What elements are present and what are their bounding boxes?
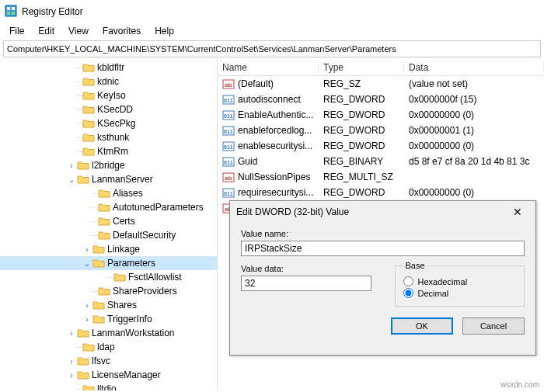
address-bar[interactable]: Computer\HKEY_LOCAL_MACHINE\SYSTEM\Curre…	[3, 40, 541, 57]
radio-hex-row[interactable]: Hexadecimal	[403, 276, 517, 286]
menu-favorites[interactable]: Favorites	[96, 24, 147, 38]
tree-toggle-icon[interactable]: ›	[82, 245, 92, 254]
list-row[interactable]: 011GuidREG_BINARYd5 8f e7 cf 8a 20 1d 4b…	[218, 154, 544, 169]
value-data-input[interactable]	[241, 276, 371, 291]
radio-dec[interactable]	[403, 288, 413, 298]
tree-item-label: lfsvc	[92, 356, 110, 366]
folder-icon	[92, 300, 105, 310]
tree-dots-icon: ⋯	[76, 78, 82, 85]
list-row[interactable]: abNullSessionPipesREG_MULTI_SZ	[218, 169, 544, 185]
tree-item-fsctlallowlist[interactable]: ⋯FsctlAllowlist	[0, 270, 217, 284]
folder-icon	[98, 230, 110, 241]
tree-toggle-icon[interactable]: ›	[67, 329, 76, 338]
tree-dots-icon: ⋯	[76, 134, 82, 141]
tree-toggle-icon[interactable]: ›	[67, 371, 76, 380]
tree-item-label: Shares	[107, 300, 137, 310]
tree-dots-icon: ⋯	[92, 204, 97, 211]
tree-item-licensemanager[interactable]: ›LicenseManager	[0, 368, 217, 382]
folder-icon	[82, 146, 95, 157]
tree-item-shareproviders[interactable]: ⋯ShareProviders	[0, 284, 217, 298]
value-name-input[interactable]	[241, 241, 525, 256]
tree-toggle-icon[interactable]: ⌄	[67, 175, 76, 184]
tree-item-parameters[interactable]: ⌄Parameters	[0, 256, 217, 270]
tree-item-label: AutotunedParameters	[113, 202, 204, 213]
tree-item-kbldfltr[interactable]: ⋯kbldfltr	[0, 61, 217, 75]
col-header-data[interactable]: Data	[404, 62, 544, 73]
list-row[interactable]: 011enableforcedlog...REG_DWORD0x00000001…	[218, 123, 544, 138]
svg-text:011: 011	[224, 113, 233, 119]
tree-item-lanmanworkstation[interactable]: ›LanmanWorkstation	[0, 326, 217, 340]
close-icon[interactable]: ✕	[506, 206, 529, 218]
tree-toggle-icon[interactable]: ›	[82, 301, 92, 310]
tree-item-ksecdd[interactable]: ⋯KSecDD	[0, 102, 217, 116]
tree-item-kdnic[interactable]: ⋯kdnic	[0, 75, 217, 88]
reg-value-icon: ab	[222, 171, 235, 183]
svg-rect-2	[12, 7, 15, 10]
tree-item-ksthunk[interactable]: ⋯ksthunk	[0, 130, 217, 144]
tree-item-triggerinfo[interactable]: ›TriggerInfo	[0, 312, 217, 326]
reg-value-icon: 011	[222, 109, 235, 121]
tree-item-defaultsecurity[interactable]: ⋯DefaultSecurity	[0, 228, 217, 242]
tree-item-ktmrm[interactable]: ⋯KtmRm	[0, 144, 217, 158]
list-row[interactable]: 011requiresecuritysi...REG_DWORD0x000000…	[218, 185, 544, 200]
folder-icon	[92, 258, 105, 269]
menu-file[interactable]: File	[3, 24, 30, 38]
folder-icon	[77, 356, 89, 366]
list-row[interactable]: ab(Default)REG_SZ(value not set)	[218, 76, 544, 92]
tree-toggle-icon[interactable]: ⌄	[82, 259, 92, 268]
tree-item-label: FsctlAllowlist	[128, 272, 182, 283]
tree-item-lltdio[interactable]: ⋯lltdio	[0, 382, 217, 390]
list-row[interactable]: 011EnableAuthentic...REG_DWORD0x00000000…	[218, 107, 544, 123]
tree-item-label: Certs	[113, 216, 135, 227]
dialog-titlebar: Edit DWORD (32-bit) Value ✕	[230, 201, 535, 223]
list-row[interactable]: 011enablesecuritysi...REG_DWORD0x0000000…	[218, 138, 544, 154]
folder-icon	[77, 369, 89, 380]
menu-view[interactable]: View	[62, 24, 95, 38]
svg-text:ab: ab	[225, 82, 232, 88]
reg-value-icon: 011	[222, 155, 235, 168]
menu-edit[interactable]: Edit	[32, 24, 61, 38]
col-header-type[interactable]: Type	[319, 62, 404, 73]
value-name: NullSessionPipes	[238, 172, 310, 182]
value-data: 0x00000000 (0)	[404, 140, 544, 151]
tree-item-keyiso[interactable]: ⋯KeyIso	[0, 88, 217, 102]
tree-item-aliases[interactable]: ⋯Aliases	[0, 186, 217, 200]
reg-value-icon: ab	[222, 78, 235, 90]
cancel-button[interactable]: Cancel	[462, 317, 525, 335]
folder-icon	[113, 272, 126, 283]
tree-item-label: KeyIso	[97, 90, 126, 101]
tree-item-label: TriggerInfo	[107, 314, 152, 324]
tree-dots-icon: ⋯	[92, 232, 97, 239]
value-name: Guid	[238, 156, 257, 167]
tree-item-autotunedparameters[interactable]: ⋯AutotunedParameters	[0, 200, 217, 214]
tree-item-label: KSecDD	[97, 104, 133, 115]
svg-rect-1	[7, 7, 10, 10]
ok-button[interactable]: OK	[391, 317, 453, 335]
tree-item-label: ksthunk	[97, 132, 129, 143]
tree-item-linkage[interactable]: ›Linkage	[0, 242, 217, 256]
tree-item-certs[interactable]: ⋯Certs	[0, 214, 217, 228]
tree-item-lfsvc[interactable]: ›lfsvc	[0, 354, 217, 368]
radio-dec-row[interactable]: Decimal	[403, 288, 517, 298]
list-row[interactable]: 011autodisconnectREG_DWORD0x0000000f (15…	[218, 92, 544, 107]
folder-icon	[82, 383, 95, 390]
tree-item-label: ldap	[97, 342, 115, 352]
menu-help[interactable]: Help	[148, 24, 180, 38]
tree-toggle-icon[interactable]: ›	[67, 357, 76, 366]
tree-item-ldap[interactable]: ⋯ldap	[0, 340, 217, 354]
svg-rect-4	[12, 12, 15, 15]
tree-item-l2bridge[interactable]: ›l2bridge	[0, 158, 217, 172]
folder-icon	[82, 62, 95, 73]
tree-item-ksecpkg[interactable]: ⋯KSecPkg	[0, 116, 217, 130]
tree-toggle-icon[interactable]: ›	[67, 161, 76, 170]
tree-toggle-icon[interactable]: ›	[82, 315, 92, 324]
value-name: enablesecuritysi...	[238, 140, 312, 151]
tree-item-lanmanserver[interactable]: ⌄LanmanServer	[0, 172, 217, 186]
tree-dots-icon: ⋯	[92, 218, 97, 225]
tree-item-shares[interactable]: ›Shares	[0, 298, 217, 312]
value-type: REG_MULTI_SZ	[319, 172, 404, 182]
tree-item-label: LicenseManager	[92, 369, 161, 380]
col-header-name[interactable]: Name	[218, 62, 319, 73]
tree-panel[interactable]: ⋯kbldfltr⋯kdnic⋯KeyIso⋯KSecDD⋯KSecPkg⋯ks…	[0, 59, 218, 390]
radio-hex[interactable]	[403, 276, 413, 286]
